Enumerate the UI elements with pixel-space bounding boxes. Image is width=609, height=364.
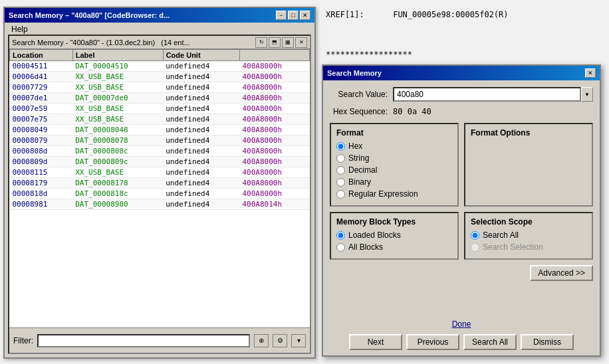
dismiss-button[interactable]: Dismiss [521, 334, 574, 350]
table-row[interactable]: 00008115 XX_USB_BASE undefined4 400A8000… [10, 167, 310, 178]
help-menu[interactable]: Help [7, 24, 32, 35]
hex-sequence-row: Hex Sequence: 80 0a 40 [330, 107, 593, 116]
results-close-button[interactable]: ✕ [295, 37, 307, 48]
filter-bar: Filter: ⊕ ⚙ ▾ [9, 327, 310, 353]
close-button[interactable]: ✕ [300, 11, 310, 20]
results-window: Search Memory - "400a80" - (1.03.dec2.bi… [8, 35, 311, 354]
filter-settings-button[interactable]: ⚙ [273, 334, 287, 347]
table-row[interactable]: 0000809d DAT_0000809c undefined4 400A800… [10, 157, 310, 167]
main-window-titlebar: Search Memory – "400a80" [CodeBrowser: d… [5, 8, 314, 23]
cell-location: 00008115 [10, 167, 73, 178]
cell-location: 0000818d [10, 189, 73, 199]
xref-area: XREF[1]: FUN_00005e98:00005f02(R) [326, 10, 509, 19]
format-hex-label: Hex [348, 141, 362, 151]
cell-value: 400A8000h [239, 61, 309, 72]
cell-location: 00006d41 [10, 72, 73, 82]
cell-type: undefined4 [163, 61, 239, 72]
cell-type: undefined4 [163, 167, 239, 178]
dots-area: ****************** [326, 50, 412, 59]
cell-value: 400A8000h [239, 167, 309, 178]
format-options-panel: Format Options [464, 123, 593, 207]
col-code-unit: Code Unit [163, 50, 239, 61]
table-row[interactable]: 00007e75 XX_USB_BASE undefined4 400A8000… [10, 114, 310, 125]
results-table: Location Label Code Unit 00004511 DAT_00… [9, 49, 310, 210]
cell-location: 0000808d [10, 146, 73, 157]
advanced-button[interactable]: Advanced >> [530, 265, 593, 281]
filter-button[interactable]: ▦ [282, 37, 294, 48]
table-row[interactable]: 00006d41 XX_USB_BASE undefined4 400A8000… [10, 72, 310, 82]
table-row[interactable]: 00007e59 XX_USB_BASE undefined4 400A8000… [10, 104, 310, 114]
table-row[interactable]: 0000808d DAT_0000808c undefined4 400A800… [10, 146, 310, 157]
col-label: Label [72, 50, 163, 61]
dots: ****************** [326, 50, 412, 59]
results-table-container[interactable]: Location Label Code Unit 00004511 DAT_00… [9, 49, 310, 327]
cell-type: undefined4 [163, 146, 239, 157]
format-decimal-radio[interactable]: Decimal [336, 165, 452, 175]
cell-value: 400A8000h [239, 82, 309, 93]
results-title: Search Memory - "400a80" - (1.03.dec2.bi… [12, 39, 190, 46]
cell-location: 00007de1 [10, 93, 73, 104]
cell-type: undefined4 [163, 136, 239, 146]
table-row[interactable]: 0000818d DAT_0000818c undefined4 400A800… [10, 189, 310, 199]
cell-label: DAT_00008048 [72, 125, 163, 136]
filter-input[interactable] [37, 334, 250, 347]
format-binary-radio[interactable]: Binary [336, 177, 452, 187]
results-titlebar: Search Memory - "400a80" - (1.03.dec2.bi… [9, 36, 310, 49]
done-link[interactable]: Done [330, 319, 593, 329]
cell-location: 00008079 [10, 136, 73, 146]
format-decimal-label: Decimal [348, 165, 377, 175]
search-selection-radio[interactable]: Search Selection [471, 242, 586, 252]
loaded-blocks-radio[interactable]: Loaded Blocks [336, 230, 452, 240]
filter-action-button[interactable]: ⊕ [254, 334, 269, 347]
search-value-input[interactable] [393, 87, 581, 102]
next-button[interactable]: Next [349, 334, 402, 350]
format-regex-radio[interactable]: Regular Expression [336, 189, 452, 199]
cell-location: 00007729 [10, 82, 73, 93]
table-row[interactable]: 00008179 DAT_00008178 undefined4 400A800… [10, 178, 310, 189]
table-row[interactable]: 00004511 DAT_00004510 undefined4 400A800… [10, 61, 310, 72]
cell-location: 00008981 [10, 199, 73, 210]
search-all-button[interactable]: Search All [463, 334, 517, 350]
minimize-button[interactable]: − [276, 11, 287, 20]
selection-scope-title: Selection Scope [471, 217, 586, 227]
dialog-titlebar: Search Memory ✕ [323, 66, 600, 80]
format-panel: Format Hex String Decimal Binary [330, 123, 459, 207]
table-row[interactable]: 00007729 XX_USB_BASE undefined4 400A8000… [10, 82, 310, 93]
cell-type: undefined4 [163, 104, 239, 114]
search-value-dropdown[interactable]: ▼ [581, 87, 593, 102]
search-all-radio[interactable]: Search All [471, 230, 586, 240]
table-row[interactable]: 00008981 DAT_00008980 undefined4 400A801… [10, 199, 310, 210]
format-hex-radio[interactable]: Hex [336, 141, 452, 151]
all-blocks-radio[interactable]: All Blocks [336, 242, 452, 252]
filter-label: Filter: [13, 336, 33, 345]
loaded-blocks-label: Loaded Blocks [348, 230, 401, 240]
table-row[interactable]: 00008079 DAT_00008078 undefined4 400A800… [10, 136, 310, 146]
cell-location: 00007e75 [10, 114, 73, 125]
previous-button[interactable]: Previous [406, 334, 459, 350]
filter-expand-button[interactable]: ▾ [291, 334, 306, 347]
cell-value: 400A8000h [239, 104, 309, 114]
format-string-radio[interactable]: String [336, 153, 452, 163]
table-row[interactable]: 00008049 DAT_00008048 undefined4 400A800… [10, 125, 310, 136]
cell-location: 00007e59 [10, 104, 73, 114]
format-binary-label: Binary [348, 177, 371, 187]
refresh-button[interactable]: ↻ [255, 37, 267, 48]
format-panels-row: Format Hex String Decimal Binary [330, 123, 593, 207]
all-blocks-label: All Blocks [348, 242, 383, 252]
main-window: Search Memory – "400a80" [CodeBrowser: d… [3, 7, 316, 359]
cell-label: XX_USB_BASE [72, 114, 163, 125]
dialog-close-button[interactable]: ✕ [585, 68, 596, 78]
maximize-button[interactable]: □ [288, 11, 299, 20]
cell-type: undefined4 [163, 72, 239, 82]
cell-type: undefined4 [163, 157, 239, 167]
cell-value: 400A8000h [239, 93, 309, 104]
menu-bar: Help [5, 23, 314, 36]
export-button[interactable]: ⬒ [269, 37, 281, 48]
table-row[interactable]: 00007de1 DAT_00007de0 undefined4 400A800… [10, 93, 310, 104]
search-value-row: Search Value: ▼ [330, 87, 593, 102]
cell-type: undefined4 [163, 93, 239, 104]
cell-value: 400A8000h [239, 146, 309, 157]
format-options-title: Format Options [471, 128, 586, 137]
cell-type: undefined4 [163, 114, 239, 125]
cell-value: 400A8014h [239, 199, 309, 210]
